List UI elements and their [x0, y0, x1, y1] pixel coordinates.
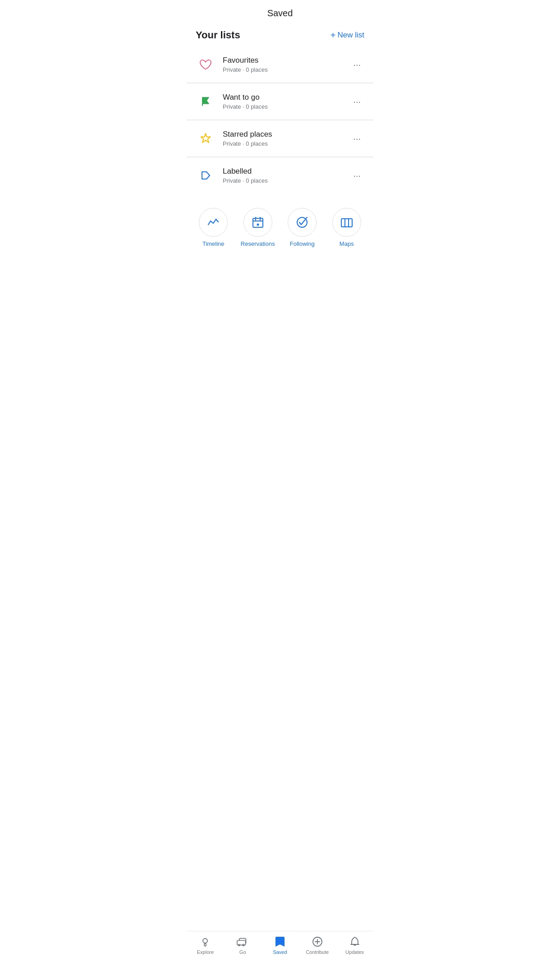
heart-icon: [196, 55, 216, 74]
starred-places-meta: Private · 0 places: [223, 140, 349, 147]
starred-places-info: Starred places Private · 0 places: [223, 130, 349, 147]
svg-point-5: [257, 224, 259, 226]
more-dots-icon: ···: [353, 133, 361, 144]
timeline-action[interactable]: Timeline: [193, 208, 234, 247]
plus-icon: +: [330, 30, 336, 41]
maps-label: Maps: [340, 240, 354, 247]
favourites-meta: Private · 0 places: [223, 66, 349, 73]
reservations-action[interactable]: Reservations: [238, 208, 278, 247]
svg-rect-7: [341, 219, 352, 227]
starred-places-more-button[interactable]: ···: [349, 132, 364, 146]
reservations-circle: [243, 208, 272, 237]
label-icon: [196, 166, 216, 185]
your-lists-label: Your lists: [196, 29, 240, 41]
your-lists-header: Your lists + New list: [187, 22, 373, 45]
more-dots-icon: ···: [353, 60, 361, 70]
want-to-go-meta: Private · 0 places: [223, 103, 349, 110]
more-dots-icon: ···: [353, 97, 361, 107]
want-to-go-info: Want to go Private · 0 places: [223, 93, 349, 110]
list-item-labelled[interactable]: Labelled Private · 0 places ···: [187, 157, 373, 193]
lists-section: Favourites Private · 0 places ··· Want t…: [187, 46, 373, 193]
new-list-button[interactable]: + New list: [330, 30, 364, 41]
quick-actions: Timeline Reservations Following: [187, 197, 373, 254]
favourites-more-button[interactable]: ···: [349, 58, 364, 72]
maps-circle: [332, 208, 361, 237]
page-title: Saved: [187, 0, 373, 22]
reservations-label: Reservations: [241, 240, 275, 247]
want-to-go-more-button[interactable]: ···: [349, 95, 364, 109]
more-dots-icon: ···: [353, 170, 361, 181]
list-item-starred-places[interactable]: Starred places Private · 0 places ···: [187, 120, 373, 157]
favourites-info: Favourites Private · 0 places: [223, 56, 349, 73]
want-to-go-name: Want to go: [223, 93, 349, 102]
labelled-more-button[interactable]: ···: [349, 169, 364, 183]
svg-rect-1: [253, 218, 263, 227]
timeline-circle: [199, 208, 228, 237]
timeline-label: Timeline: [202, 240, 225, 247]
new-list-label: New list: [337, 31, 364, 40]
favourites-name: Favourites: [223, 56, 349, 65]
following-circle: [288, 208, 317, 237]
maps-action[interactable]: Maps: [326, 208, 367, 247]
list-item-favourites[interactable]: Favourites Private · 0 places ···: [187, 46, 373, 83]
following-label: Following: [290, 240, 315, 247]
starred-places-name: Starred places: [223, 130, 349, 139]
labelled-meta: Private · 0 places: [223, 177, 349, 184]
list-item-want-to-go[interactable]: Want to go Private · 0 places ···: [187, 83, 373, 120]
following-action[interactable]: Following: [282, 208, 322, 247]
star-icon: [196, 129, 216, 148]
flag-icon: [196, 92, 216, 111]
labelled-name: Labelled: [223, 167, 349, 176]
labelled-info: Labelled Private · 0 places: [223, 167, 349, 184]
